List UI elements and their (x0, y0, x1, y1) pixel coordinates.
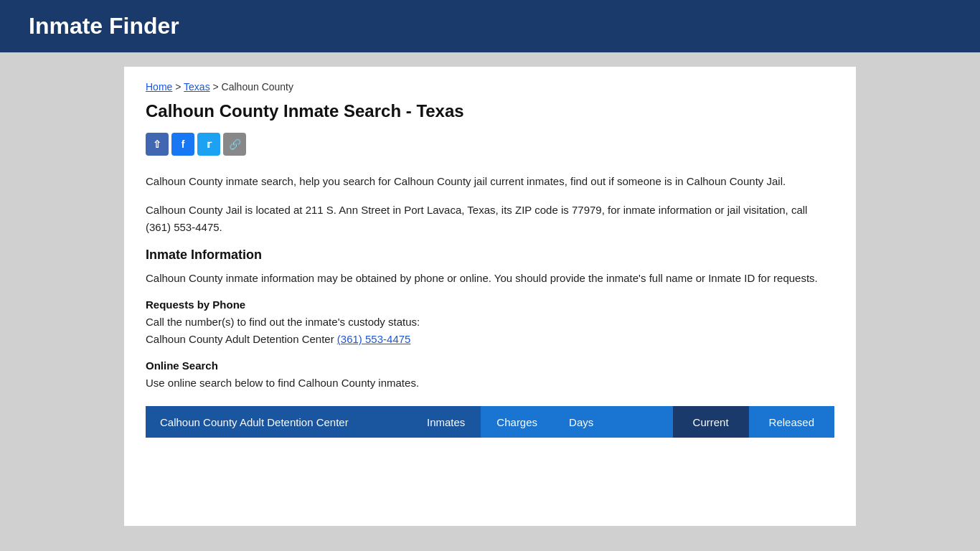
breadcrumb-sep2: > (213, 81, 222, 93)
intro-paragraph-2: Calhoun County Jail is located at 211 S.… (146, 202, 834, 236)
tabs-group: Inmates Charges Days (411, 406, 609, 438)
tab-inmates[interactable]: Inmates (411, 406, 481, 438)
tab-released-label: Released (769, 416, 814, 428)
page-title: Calhoun County Inmate Search - Texas (146, 101, 834, 121)
copy-link-button[interactable]: 🔗 (223, 133, 246, 156)
tab-charges[interactable]: Charges (481, 406, 553, 438)
site-header: Inmate Finder (0, 0, 980, 52)
breadcrumb-current: Calhoun County (222, 81, 293, 93)
tab-current-label: Current (693, 416, 729, 428)
tab-facility-label: Calhoun County Adult Detention Center (146, 406, 411, 438)
tab-days-label: Days (569, 416, 593, 428)
share-button[interactable]: ⇧ (146, 133, 169, 156)
twitter-share-button[interactable]: 𝕣 (197, 133, 220, 156)
inmate-info-paragraph: Calhoun County inmate information may be… (146, 270, 834, 287)
twitter-icon: 𝕣 (207, 138, 212, 150)
inmate-info-heading: Inmate Information (146, 248, 834, 263)
breadcrumb-texas[interactable]: Texas (184, 81, 210, 93)
requests-phone-paragraph: Call the number(s) to find out the inmat… (146, 314, 834, 348)
tab-charges-label: Charges (496, 416, 537, 428)
phone-number-link[interactable]: (361) 553-4475 (337, 333, 411, 345)
tab-released[interactable]: Released (749, 406, 834, 438)
facebook-share-button[interactable]: f (171, 133, 194, 156)
main-wrapper: Home > Texas > Calhoun County Calhoun Co… (0, 52, 980, 540)
breadcrumb-home[interactable]: Home (146, 81, 172, 93)
right-tabs-group: Current Released (673, 406, 834, 438)
intro-paragraph-1: Calhoun County inmate search, help you s… (146, 173, 834, 190)
link-icon: 🔗 (229, 138, 241, 150)
content-area: Home > Texas > Calhoun County Calhoun Co… (124, 67, 856, 526)
share-icon: ⇧ (153, 138, 161, 150)
breadcrumb: Home > Texas > Calhoun County (146, 81, 834, 93)
requests-phone-text: Call the number(s) to find out the inmat… (146, 316, 420, 328)
tab-days[interactable]: Days (553, 406, 609, 438)
requests-phone-heading: Requests by Phone (146, 298, 834, 311)
facebook-icon: f (182, 138, 185, 150)
online-search-heading: Online Search (146, 359, 834, 372)
tab-bar: Calhoun County Adult Detention Center In… (146, 406, 834, 438)
breadcrumb-sep1: > (175, 81, 184, 93)
site-title: Inmate Finder (29, 13, 951, 39)
share-buttons-group: ⇧ f 𝕣 🔗 (146, 133, 834, 156)
tab-inmates-label: Inmates (427, 416, 465, 428)
facility-name-inline: Calhoun County Adult Detention Center (146, 333, 334, 345)
online-search-paragraph: Use online search below to find Calhoun … (146, 375, 834, 392)
tab-current[interactable]: Current (673, 406, 749, 438)
